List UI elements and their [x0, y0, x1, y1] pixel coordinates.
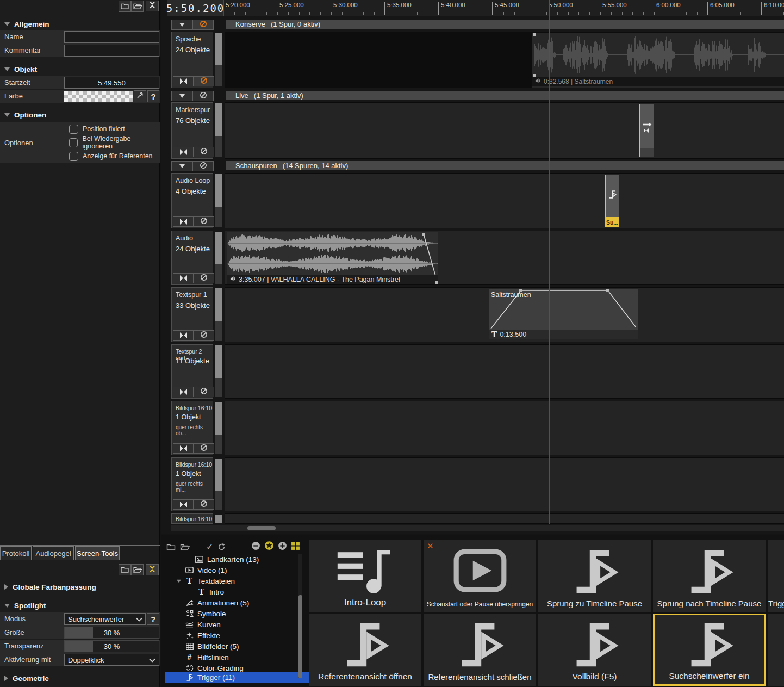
track-solo-button[interactable] — [173, 443, 194, 454]
group-mute-button[interactable] — [192, 91, 214, 101]
tile-trigger-cut[interactable]: Trigg — [768, 540, 784, 612]
section-geometrie[interactable]: Geometrie — [4, 674, 49, 683]
tree-item-color-grading[interactable]: Color-Grading — [185, 663, 317, 673]
playhead[interactable] — [549, 0, 550, 524]
track-header-markerspur[interactable]: Markerspur 76 Objekte — [171, 102, 213, 159]
track-solo-button[interactable] — [173, 330, 194, 341]
collapse-panel-button[interactable] — [146, 564, 159, 575]
tile-suchscheinwerfer-ein-selected[interactable]: Suchscheinwerfer ein — [653, 614, 766, 686]
track-mute-button[interactable] — [194, 387, 214, 397]
track-fader-bildspur-2[interactable] — [215, 459, 222, 510]
tree-item-landkarten[interactable]: Landkarten (13) — [195, 554, 327, 565]
group-schauspuren-bar[interactable]: Schauspuren(14 Spuren, 14 aktiv) — [226, 161, 784, 170]
group-collapse-button[interactable] — [171, 20, 192, 30]
section-objekt[interactable]: Objekt — [4, 65, 37, 73]
tile-sprung-nach-timeline-pause[interactable]: Sprung nach Timeline Pause — [653, 540, 766, 612]
tile-vollbild-f5[interactable]: Vollbild (F5) — [538, 614, 651, 686]
open-folder-button[interactable] — [131, 1, 144, 12]
track-content-bildspur-3[interactable] — [225, 513, 784, 524]
tree-item-effekte[interactable]: Effekte — [185, 630, 317, 641]
track-fader-textspur1[interactable] — [215, 288, 222, 341]
track-header-bildspur-3[interactable]: Bildspur 16:10 — [171, 513, 213, 524]
audio-clip-saltstraumen[interactable]: 0:32.568 | Saltstraumen — [532, 33, 784, 88]
track-fader-markerspur[interactable] — [215, 103, 222, 157]
track-mute-button[interactable] — [194, 499, 214, 510]
track-content-audio[interactable]: 3:35.007 | VALHALLA CALLING - The Pagan … — [225, 231, 784, 285]
clip-handle[interactable] — [533, 74, 536, 77]
startzeit-input[interactable]: 5:49.550 — [64, 77, 159, 89]
track-mute-button[interactable] — [194, 330, 214, 341]
fade-handle[interactable] — [435, 281, 438, 284]
marker-object[interactable] — [639, 104, 654, 157]
track-content-markerspur[interactable] — [225, 102, 784, 159]
timeline-ruler[interactable]: 5:20.000 5:25.000 5:30.000 5:35.000 5:40… — [224, 0, 784, 16]
collapse-panel-button[interactable] — [146, 1, 159, 11]
modus-dropdown[interactable]: Suchscheinwerfer — [64, 613, 146, 625]
track-mute-button[interactable] — [194, 76, 214, 86]
track-solo-button[interactable] — [173, 76, 194, 86]
section-allgemein[interactable]: Allgemein — [4, 20, 49, 28]
clip-handle[interactable] — [533, 33, 536, 36]
track-fader-audio-loop[interactable] — [215, 174, 222, 227]
tile-referentenansicht-oeffn[interactable]: Referentenansicht öffnen — [309, 614, 421, 686]
open-folder-button[interactable] — [131, 564, 144, 575]
group-collapse-button[interactable] — [171, 161, 192, 171]
track-content-textspur1[interactable]: Saltstraumen T 0:13.500 — [225, 287, 784, 342]
track-fader-audio[interactable] — [215, 232, 222, 284]
aktivierung-dropdown[interactable]: Doppelklick — [64, 654, 159, 666]
section-globale-farbanpassung[interactable]: Globale Farbanpassung — [4, 583, 96, 591]
checkbox-bei-wiedergabe-ignorieren[interactable] — [69, 138, 78, 147]
zoom-out-button[interactable] — [251, 541, 260, 550]
zoom-in-button[interactable] — [278, 541, 287, 550]
tab-audiopegel[interactable]: Audiopegel — [33, 546, 74, 560]
envelope-handle[interactable] — [519, 289, 522, 292]
scrollbar-thumb[interactable] — [247, 526, 276, 530]
group-konserve-bar[interactable]: Konserve(1 Spur, 0 aktiv) — [226, 20, 784, 29]
tree-scrollbar[interactable] — [298, 554, 302, 678]
new-folder-button[interactable] — [119, 564, 131, 575]
groesse-slider[interactable]: 30 % — [64, 627, 159, 639]
track-solo-button[interactable] — [173, 273, 194, 283]
refresh-button[interactable] — [217, 543, 226, 551]
tree-item-kurven[interactable]: Kurven — [185, 619, 317, 630]
group-mute-button[interactable] — [192, 20, 214, 30]
tree-item-animationen[interactable]: Animationen (5) — [185, 597, 317, 608]
track-header-audio[interactable]: Audio 24 Objekte — [171, 231, 213, 285]
tree-item-trigger[interactable]: Trigger (11) — [165, 672, 317, 683]
fade-handle[interactable] — [422, 233, 425, 236]
eyedropper-button[interactable] — [134, 90, 146, 102]
track-solo-button[interactable] — [173, 499, 194, 510]
track-content-bildspur-2[interactable] — [225, 457, 784, 511]
track-content-sprache[interactable]: 0:32.568 | Saltstraumen — [225, 32, 784, 88]
group-live-bar[interactable]: Live(1 Spur, 1 aktiv) — [226, 91, 784, 100]
section-optionen[interactable]: Optionen — [4, 110, 46, 119]
tree-item-video[interactable]: Video (1) — [185, 565, 317, 575]
track-solo-button[interactable] — [173, 147, 194, 157]
tree-item-hilfslinien[interactable]: # Hilfslinien — [185, 652, 317, 663]
transparenz-slider[interactable]: 30 % — [64, 640, 159, 652]
favorites-filter-button[interactable] — [264, 541, 274, 550]
track-content-textspur2[interactable] — [225, 344, 784, 399]
tree-item-bildfelder[interactable]: Bildfelder (5) — [185, 641, 317, 652]
track-header-textspur1[interactable]: Textspur 1 33 Objekte — [171, 287, 213, 342]
new-folder-button[interactable] — [119, 1, 131, 12]
track-mute-button[interactable] — [194, 443, 214, 454]
track-solo-button[interactable] — [173, 216, 194, 227]
grid-view-button[interactable] — [291, 541, 300, 550]
track-header-bildspur-2[interactable]: Bildspur 16:10 1 Objekt quer rechts mi..… — [171, 457, 213, 511]
color-swatch[interactable] — [64, 91, 133, 102]
track-header-audio-loop[interactable]: Audio Loop 4 Objekte — [171, 173, 213, 228]
track-fader-bildspur-1[interactable] — [215, 402, 222, 454]
tab-protokoll[interactable]: Protokoll — [0, 546, 32, 560]
track-header-sprache[interactable]: Sprache 24 Objekte — [171, 32, 213, 88]
track-mute-button[interactable] — [194, 216, 214, 227]
track-header-bildspur-1[interactable]: Bildspur 16:10 1 Objekt quer rechts ob..… — [171, 401, 213, 455]
text-object-saltstraumen[interactable]: Saltstraumen T 0:13.500 — [489, 289, 638, 339]
tile-cut[interactable] — [768, 614, 784, 686]
tile-sprung-zu-timeline-pause[interactable]: Sprung zu Timeline Pause — [538, 540, 651, 612]
tile-schaustart-ueberspringen[interactable]: ✕ Schaustart oder Pause überspringen — [424, 540, 536, 612]
group-mute-button[interactable] — [192, 161, 214, 171]
track-mute-button[interactable] — [194, 147, 214, 157]
check-button[interactable]: ✓ — [206, 542, 213, 552]
audio-clip-valhalla[interactable]: 3:35.007 | VALHALLA CALLING - The Pagan … — [227, 232, 438, 284]
